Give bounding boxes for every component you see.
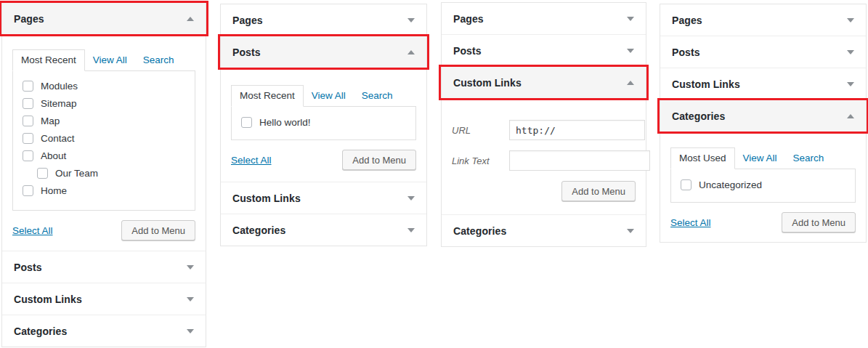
tab-most-used[interactable]: Most Used	[670, 147, 735, 169]
panel-categories: Categories Most Used View All Search Unc…	[660, 100, 866, 242]
list-item[interactable]: About	[13, 150, 195, 161]
button-controls: Select All Add to Menu	[12, 220, 195, 240]
item-label: Modules	[41, 81, 78, 92]
list-item[interactable]: Contact	[13, 133, 195, 144]
item-label: Sitemap	[41, 98, 77, 109]
accordion-column-posts-expanded: Pages Posts Most Recent View All Search	[220, 4, 427, 246]
panel-posts: Posts	[442, 34, 646, 66]
link-text-input[interactable]	[509, 150, 650, 171]
panel-title: Categories	[14, 325, 67, 337]
checkbox[interactable]	[37, 168, 48, 179]
item-label: Our Team	[55, 168, 98, 179]
panel-header-pages[interactable]: Pages	[2, 3, 206, 34]
posts-checklist: Hello world!	[231, 106, 416, 140]
add-to-menu-button[interactable]: Add to Menu	[121, 220, 195, 240]
list-item[interactable]: Sitemap	[13, 98, 195, 109]
expand-arrow-icon	[407, 18, 415, 23]
select-all-link[interactable]: Select All	[670, 217, 711, 228]
collapse-arrow-icon	[407, 50, 415, 54]
checkbox[interactable]	[23, 81, 33, 92]
add-to-menu-button[interactable]: Add to Menu	[782, 212, 856, 232]
checkbox[interactable]	[23, 150, 33, 161]
expand-arrow-icon	[407, 196, 415, 201]
pages-checklist: Modules Sitemap Map Contact	[12, 70, 195, 211]
checkbox[interactable]	[23, 98, 33, 109]
panel-header-posts[interactable]: Posts	[2, 251, 206, 283]
button-controls: Select All Add to Menu	[231, 150, 416, 170]
panel-title: Categories	[453, 225, 506, 237]
tab-view-all[interactable]: View All	[735, 148, 785, 169]
accordion-column-pages-expanded: Pages Most Recent View All Search Module…	[1, 2, 206, 347]
panel-header-categories[interactable]: Categories	[660, 100, 866, 131]
panel-title: Pages	[672, 15, 702, 26]
add-to-menu-button[interactable]: Add to Menu	[342, 150, 416, 170]
panel-header-categories[interactable]: Categories	[442, 215, 646, 246]
expand-arrow-icon	[847, 18, 854, 23]
accordion-column-categories-expanded: Pages Posts Custom Links Categories	[660, 4, 867, 243]
checkbox[interactable]	[23, 116, 33, 126]
checkbox[interactable]	[681, 179, 691, 190]
expand-arrow-icon	[187, 265, 194, 270]
panel-header-categories[interactable]: Categories	[221, 214, 426, 246]
add-to-menu-button[interactable]: Add to Menu	[561, 181, 636, 201]
pages-tabs: Most Recent View All Search	[12, 49, 195, 71]
list-item[interactable]: Home	[13, 185, 195, 196]
url-field-row: URL	[452, 120, 636, 140]
item-label: About	[41, 150, 66, 161]
select-all-link[interactable]: Select All	[231, 155, 272, 166]
panel-header-custom-links[interactable]: Custom Links	[442, 67, 646, 98]
expand-arrow-icon	[627, 17, 634, 21]
list-item[interactable]: Map	[13, 116, 195, 126]
custom-links-panel-body: URL Link Text Add to Menu	[442, 98, 646, 214]
tab-search[interactable]: Search	[785, 148, 832, 169]
panel-title: Categories	[672, 110, 725, 122]
categories-panel-body: Most Used View All Search Uncategorized …	[660, 131, 866, 242]
tab-search[interactable]: Search	[135, 50, 182, 71]
url-input[interactable]	[509, 120, 645, 140]
panel-header-categories[interactable]: Categories	[2, 315, 206, 347]
pages-panel-body: Most Recent View All Search Modules Site…	[2, 34, 206, 251]
panel-header-custom-links[interactable]: Custom Links	[221, 182, 426, 214]
accordion-column-custom-links-expanded: Pages Posts Custom Links URL	[441, 2, 646, 247]
tab-view-all[interactable]: View All	[85, 50, 135, 71]
list-item[interactable]: Modules	[13, 81, 195, 92]
select-all-link[interactable]: Select All	[12, 225, 53, 236]
panel-title: Pages	[14, 13, 44, 25]
panel-header-pages[interactable]: Pages	[442, 3, 646, 34]
panel-title: Pages	[232, 15, 263, 26]
checkbox[interactable]	[23, 133, 33, 144]
list-item-child[interactable]: Our Team	[13, 168, 195, 179]
panel-title: Posts	[672, 46, 700, 58]
panel-header-posts[interactable]: Posts	[660, 36, 866, 68]
checkbox[interactable]	[241, 117, 252, 128]
expand-arrow-icon	[407, 228, 415, 232]
list-item[interactable]: Hello world!	[232, 117, 415, 128]
posts-tabs: Most Recent View All Search	[231, 85, 416, 107]
item-label: Contact	[41, 133, 75, 144]
tab-most-recent[interactable]: Most Recent	[12, 49, 85, 71]
panel-header-posts[interactable]: Posts	[442, 35, 646, 66]
panel-custom-links: Custom Links	[2, 283, 206, 315]
tab-view-all[interactable]: View All	[304, 86, 354, 107]
tab-most-recent[interactable]: Most Recent	[231, 85, 304, 107]
panel-title: Posts	[232, 46, 261, 58]
panel-header-pages[interactable]: Pages	[221, 4, 426, 36]
expand-arrow-icon	[187, 297, 194, 302]
panel-pages: Pages	[660, 4, 866, 36]
nav-menus-widgets-canvas: Pages Most Recent View All Search Module…	[0, 0, 868, 348]
panel-custom-links: Custom Links	[660, 68, 866, 100]
panel-posts: Posts	[2, 251, 206, 283]
tab-search[interactable]: Search	[354, 86, 401, 107]
expand-arrow-icon	[847, 50, 854, 54]
item-label: Hello world!	[259, 117, 311, 128]
panel-title: Custom Links	[232, 193, 301, 204]
panel-header-posts[interactable]: Posts	[221, 36, 426, 68]
panel-pages: Pages Most Recent View All Search Module…	[2, 3, 206, 251]
panel-header-pages[interactable]: Pages	[660, 4, 866, 36]
panel-categories: Categories	[2, 315, 206, 347]
item-label: Map	[41, 116, 60, 126]
panel-header-custom-links[interactable]: Custom Links	[660, 68, 866, 100]
checkbox[interactable]	[23, 185, 33, 196]
panel-header-custom-links[interactable]: Custom Links	[2, 283, 206, 315]
list-item[interactable]: Uncategorized	[671, 179, 855, 190]
